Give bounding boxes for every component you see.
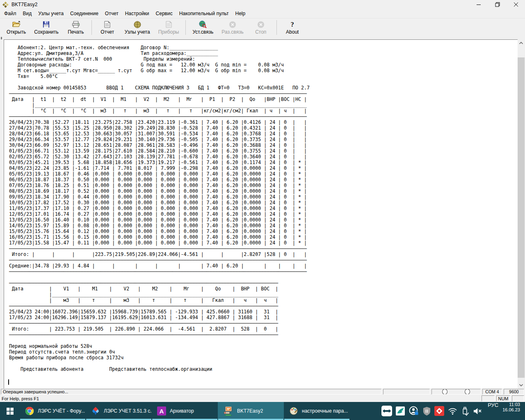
stop-icon (257, 21, 265, 29)
report-line (9, 274, 518, 280)
report-table-row: Средние:|34.78 |29.93 | 4.84 | | | | | |… (9, 263, 518, 269)
report-rule: ────────────────────────────────────────… (9, 303, 518, 309)
app-statusbar: Операция завершена успешно... COM 4 9600 (0, 388, 525, 395)
report-line (9, 338, 518, 343)
report-line: Период нормальной работы 528ч (9, 343, 518, 349)
scrollbar-thumb[interactable] (518, 57, 525, 378)
taskbar-apps: ЛЭРС УЧЁТ - Фору...ЛЭРС УЧЕТ 3.51.3 с...… (20, 402, 350, 420)
toolbar-button-label: Приборы (158, 29, 179, 35)
toolbar-button-узлы-учета[interactable]: Узлы учета (121, 18, 154, 37)
report-rule: ────────────────────────────────────────… (9, 332, 518, 338)
report-table-row: 10/05/23|17.82 |17.52 | 0.30 |0.000 | 0.… (9, 200, 518, 205)
toolbar-button-label: Сохранить (34, 29, 59, 35)
report-table-row: 26/04/23|70.38 |52.27 |18.11 |23.275|22.… (9, 119, 518, 125)
report-table-row: 25/04/23 24:00|16072.396|15659.632 |1596… (9, 309, 518, 315)
workarea: Абонент:2. Центр мат.-техн. обеспечения … (0, 39, 525, 388)
toolbar-button-label: Стоп (255, 29, 266, 35)
restore-button[interactable] (488, 0, 507, 9)
menu-item-5[interactable]: Отчет (102, 9, 122, 18)
menu-item-4[interactable]: Соединение (67, 9, 102, 18)
num-indicator: NUM (496, 395, 510, 402)
report-table-row: 27/04/23|70.78 |55.53 |15.25 |28.950|28.… (9, 125, 518, 131)
report-line: Адрес:ул. Дмитриева,3/А Тип расходомера:… (9, 50, 518, 56)
shield-pause-icon[interactable] (423, 406, 431, 416)
taskbar-app-1[interactable]: ЛЭРС УЧЁТ - Фору... (20, 402, 86, 420)
scroll-down-arrow-icon[interactable] (518, 381, 525, 388)
taskbar-app-3[interactable]: AАрхиватор (152, 402, 218, 420)
language-indicator[interactable]: РУС (488, 402, 498, 420)
window-title: BKT7Easy2 (11, 2, 37, 7)
report-table-row: | °C | °C | °C | м3 | т | м3 | т | т |кг… (9, 108, 518, 114)
menu-item-2[interactable]: Вид (20, 9, 35, 18)
rx-lamp-icon (442, 389, 447, 395)
report-table-row: 11/05/23|17.37 |17.10 | 0.27 |0.000 | 0.… (9, 205, 518, 211)
report-table-row: 07/05/23|18.76 |18.25 | 0.51 |0.000 | 0.… (9, 183, 518, 188)
taskbar-clock[interactable]: 11:03 16.06.23 (502, 402, 520, 420)
toolbar-button-открыть[interactable]: Открыть (2, 18, 30, 37)
report-table-row: 12/05/23|17.01 |16.74 | 0.27 |0.000 | 0.… (9, 211, 518, 217)
taskbar-app-label: Архиватор (170, 408, 194, 414)
clock-date: 16.06.23 (502, 407, 520, 413)
menubar: ФайлВидУзлы учетаСоединениеОтчетНастройк… (0, 9, 525, 18)
report-table-row: Итого: | 223.753 | 219.505 | 226.890 | 2… (9, 326, 518, 332)
toolbar: ОткрытьСохранитьПечатьОтчетУзлы учетаПри… (0, 18, 525, 37)
report-view[interactable]: Абонент:2. Центр мат.-техн. обеспечения … (4, 39, 518, 389)
toolbar-separator (276, 20, 277, 35)
report-line: Период отсутств.счета тепл.энергии 0ч (9, 349, 518, 355)
toolbar-button-печать[interactable]: Печать (63, 18, 89, 37)
toolbar-button-label: Печать (68, 29, 84, 35)
toolbar-separator (185, 20, 186, 35)
bird-icon[interactable] (396, 406, 405, 415)
report-table-row: 05/05/23|19.13 |18.67 | 0.46 |0.000 | 0.… (9, 171, 518, 177)
text-caret (8, 379, 9, 385)
report-line: Заводской номер 00145853 ВВОД 1 СХЕМА ПО… (9, 85, 518, 91)
clock-time: 11:03 (502, 402, 520, 407)
menu-item-6[interactable]: Настройки (122, 9, 153, 18)
minimize-button[interactable] (470, 0, 488, 9)
speaker-muted-icon[interactable] (472, 407, 482, 415)
report-icon (104, 21, 110, 29)
red-diamond-icon[interactable] (434, 406, 444, 416)
toolbar-button-about[interactable]: ?About (279, 18, 306, 37)
menu-item-8[interactable]: Накопительный пульт (176, 9, 232, 18)
teamviewer-icon[interactable] (381, 406, 392, 416)
close-button[interactable] (507, 0, 525, 9)
lers-icon (91, 406, 100, 415)
toolbar-separator (91, 20, 92, 35)
report-line (9, 361, 518, 366)
taskbar-app-label: настроечные пара... (302, 408, 348, 414)
taskbar-app-5[interactable]: настроечные пара... (284, 402, 350, 420)
menu-item-7[interactable]: Сервис (153, 9, 176, 18)
toolbar-button-label: Отчет (100, 29, 114, 35)
toolbar-button-раз-связь: Раз.связь (217, 18, 247, 37)
toolbar-button-label: About (286, 29, 299, 35)
vertical-scrollbar[interactable] (518, 39, 525, 388)
report-table-row: Дата | V1 | M1 | V2 | M2 | Мг | Qo | ВНР… (9, 286, 518, 292)
start-button[interactable] (0, 402, 20, 420)
wifi-icon[interactable] (448, 407, 457, 415)
report-rule: ────────────────────────────────────────… (9, 320, 518, 326)
report-table-row: 08/05/23|18.69 |18.17 | 0.52 |0.000 | 0.… (9, 188, 518, 194)
report-table-row: Итого: | | | |223.75|219.505|226.89|224.… (9, 251, 518, 257)
toolbar-button-сохранить[interactable]: Сохранить (30, 18, 63, 37)
scroll-up-arrow-icon[interactable] (518, 39, 525, 46)
usb-icon[interactable] (461, 406, 469, 416)
toolbar-button-уст-связь[interactable]: Уст.связь (188, 18, 217, 37)
svg-text:A: A (160, 408, 164, 415)
privacy-icon[interactable] (409, 406, 419, 416)
taskbar-app-4[interactable]: BKT7Easy2 (218, 402, 284, 420)
menu-item-3[interactable]: Узлы учета (35, 9, 67, 18)
toolbar-button-стоп: Стоп (248, 18, 274, 37)
help-message: For Help, press F1 (0, 395, 481, 402)
status-panel-empty (383, 389, 430, 395)
titlebar: BKT7Easy2 (0, 0, 525, 9)
help-statusbar: For Help, press F1 NUM (0, 395, 525, 402)
toolbar-button-отчет[interactable]: Отчет (94, 18, 121, 37)
app-window: BKT7Easy2 ФайлВидУзлы учетаСоединениеОтч… (0, 0, 525, 420)
taskbar-app-2[interactable]: ЛЭРС УЧЕТ 3.51.3 с... (86, 402, 152, 420)
report-rule: ────────────────────────────────────────… (9, 269, 518, 274)
menu-item-1[interactable]: Файл (1, 9, 20, 18)
status-panel-indicators (431, 389, 481, 395)
menu-item-9[interactable]: Help (232, 9, 249, 18)
report-table-row: 04/05/23|22.24 |23.85 |-1.61 |7.714 | 7.… (9, 165, 518, 171)
